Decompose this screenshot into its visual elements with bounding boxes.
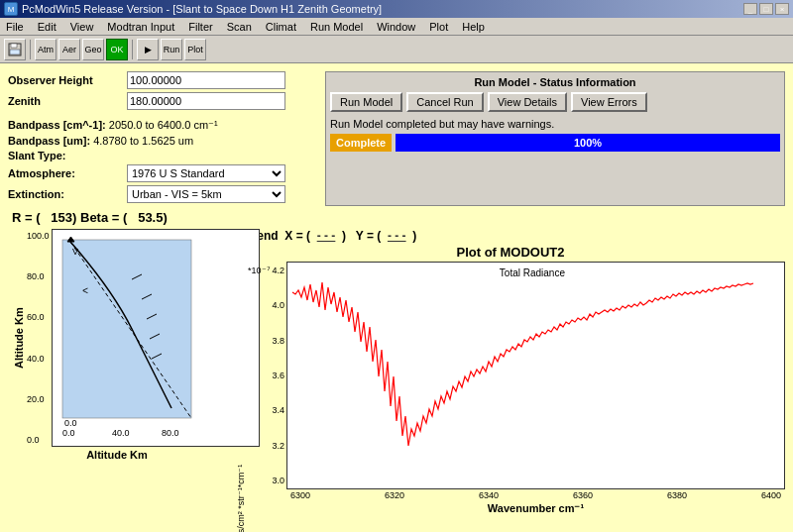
r-beta-section: R = ( 153) Beta = ( 53.5) (12, 210, 785, 225)
view-details-button[interactable]: View Details (488, 92, 567, 112)
svg-rect-3 (62, 240, 191, 418)
spectrum-section: Legend X = ( - - - ) Y = ( - - - ) Plot … (236, 229, 785, 532)
svg-text:0.0: 0.0 (62, 428, 75, 438)
spectrum-x-axis-label: Wavenumber cm⁻¹ (286, 502, 785, 515)
menu-scan[interactable]: Scan (225, 21, 254, 33)
toolbar-ok-button[interactable]: OK (106, 39, 128, 60)
toolbar-geo-button[interactable]: Geo (82, 39, 104, 60)
menu-bar: File Edit View Modtran Input Filter Scan… (0, 18, 793, 36)
observer-height-row: Observer Height (8, 71, 315, 89)
menu-run-model[interactable]: Run Model (308, 21, 365, 33)
spectrum-y-axis-label: Radiance Watts/cm² *str⁻¹*cm⁻¹ (236, 262, 246, 532)
svg-marker-4 (67, 237, 74, 242)
zenith-input[interactable] (127, 92, 285, 110)
toolbar-run-label-button[interactable]: Run (161, 39, 182, 60)
geometry-y-axis-label: Altitude Km (13, 229, 25, 447)
title-bar-text: PcModWin5 Release Version - [Slant to Sp… (22, 3, 382, 15)
zenith-label: Zenith (8, 95, 127, 107)
progress-text: 100% (574, 137, 602, 149)
slant-type-row: Slant Type: (8, 150, 315, 161)
menu-help[interactable]: Help (460, 21, 487, 33)
bandpass-um-value: 4.8780 to 1.5625 um (93, 135, 193, 147)
progress-section: Complete 100% (330, 134, 780, 152)
top-section: Observer Height Zenith Bandpass [cm^-1]:… (8, 71, 785, 206)
geometry-section: Altitude Km 0.0 20.0 40.0 60.0 80.0 100.… (8, 229, 226, 532)
menu-file[interactable]: File (4, 21, 26, 33)
legend-text: Legend X = ( - - - ) Y = ( - - - ) (236, 229, 416, 243)
bottom-section: Altitude Km 0.0 20.0 40.0 60.0 80.0 100.… (8, 229, 785, 532)
menu-climat[interactable]: Climat (264, 21, 298, 33)
spectrum-x-ticks: 6300 6320 6340 6360 6380 6400 (286, 490, 785, 500)
extinction-select[interactable]: Urban - VIS = 5km (127, 185, 285, 203)
atmosphere-row: Atmosphere: 1976 U S Standard (8, 164, 315, 182)
main-content: Observer Height Zenith Bandpass [cm^-1]:… (0, 63, 793, 532)
run-model-button[interactable]: Run Model (330, 92, 402, 112)
svg-rect-2 (10, 50, 20, 54)
extinction-label: Extinction: (8, 188, 127, 200)
warning-text: Run Model completed but may have warning… (330, 118, 780, 130)
spectrum-plot-canvas: Total Radiance (286, 262, 785, 489)
title-bar: M PcModWin5 Release Version - [Slant to … (0, 0, 793, 18)
run-model-buttons: Run Model Cancel Run View Details View E… (330, 92, 780, 112)
geometry-plot: < 0.0 V 0.0 40.0 80.0 (52, 229, 260, 447)
minimize-button[interactable]: _ (743, 3, 757, 15)
menu-window[interactable]: Window (375, 21, 417, 33)
atmosphere-label: Atmosphere: (8, 167, 127, 179)
app-icon: M (4, 2, 18, 16)
cancel-run-button[interactable]: Cancel Run (406, 92, 483, 112)
spectrum-y-ticks: 4.2 4.0 3.8 3.6 3.4 3.2 3.0 (273, 262, 285, 489)
bandpass-um-label: Bandpass [um]: (8, 135, 90, 147)
bandpass-cm-row: Bandpass [cm^-1]: 2050.0 to 6400.0 cm⁻¹ (8, 119, 315, 132)
toolbar: Atm Aer Geo OK ▶ Run Plot (0, 36, 793, 63)
maximize-button[interactable]: □ (759, 3, 773, 15)
extinction-row: Extinction: Urban - VIS = 5km (8, 185, 315, 203)
svg-text:Total Radiance: Total Radiance (500, 267, 566, 278)
legend-row: Legend X = ( - - - ) Y = ( - - - ) (236, 229, 785, 243)
svg-text:80.0: 80.0 (162, 428, 179, 438)
menu-edit[interactable]: Edit (36, 21, 58, 33)
toolbar-separator-1 (30, 40, 31, 59)
close-button[interactable]: × (775, 3, 789, 15)
progress-bar: 100% (396, 134, 780, 152)
toolbar-run-button[interactable]: ▶ (137, 39, 159, 60)
complete-badge: Complete (330, 134, 392, 152)
geometry-y-ticks: 0.0 20.0 40.0 60.0 80.0 100.0 (27, 229, 50, 447)
svg-text:0.0: 0.0 (64, 418, 77, 428)
slant-type-label: Slant Type: (8, 150, 65, 161)
spectrum-y-unit: *10⁻⁷ (248, 262, 271, 532)
toolbar-plot-button[interactable]: Plot (184, 39, 206, 60)
bandpass-um-row: Bandpass [um]: 4.8780 to 1.5625 um (8, 135, 315, 147)
observer-height-input[interactable] (127, 71, 285, 89)
svg-text:V: V (72, 247, 78, 257)
toolbar-aer-button[interactable]: Aer (58, 39, 80, 60)
zenith-row: Zenith (8, 92, 315, 110)
toolbar-atm-button[interactable]: Atm (35, 39, 57, 60)
menu-filter[interactable]: Filter (186, 21, 214, 33)
spectrum-plot-title: Plot of MODOUT2 (236, 245, 785, 260)
observer-height-label: Observer Height (8, 74, 127, 86)
run-model-section: Run Model - Status Information Run Model… (325, 71, 785, 206)
menu-view[interactable]: View (68, 21, 96, 33)
svg-text:<: < (82, 285, 88, 296)
menu-modtran-input[interactable]: Modtran Input (105, 21, 176, 33)
menu-plot[interactable]: Plot (427, 21, 450, 33)
atmosphere-select[interactable]: 1976 U S Standard (127, 164, 285, 182)
bandpass-cm-label: Bandpass [cm^-1]: (8, 119, 106, 131)
view-errors-button[interactable]: View Errors (571, 92, 647, 112)
run-model-title: Run Model - Status Information (330, 76, 780, 88)
toolbar-save-button[interactable] (4, 39, 26, 60)
form-section: Observer Height Zenith Bandpass [cm^-1]:… (8, 71, 315, 206)
svg-text:40.0: 40.0 (112, 428, 130, 438)
bandpass-cm-value: 2050.0 to 6400.0 cm⁻¹ (109, 119, 218, 131)
svg-rect-1 (11, 44, 17, 48)
geometry-x-axis-label: Altitude Km (86, 449, 148, 461)
toolbar-separator-2 (132, 40, 133, 59)
